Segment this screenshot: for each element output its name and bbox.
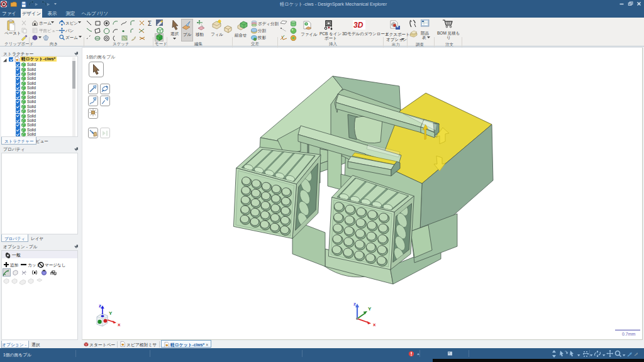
svg-text:x: x bbox=[373, 322, 376, 327]
svg-text:z: z bbox=[99, 303, 101, 309]
svg-text:Y: Y bbox=[109, 310, 113, 316]
svg-text:z: z bbox=[353, 301, 356, 307]
svg-text:Y: Y bbox=[368, 306, 372, 312]
svg-text:0.7mm: 0.7mm bbox=[622, 332, 636, 336]
svg-text:Σ: Σ bbox=[148, 20, 152, 27]
svg-text:x: x bbox=[118, 322, 121, 327]
